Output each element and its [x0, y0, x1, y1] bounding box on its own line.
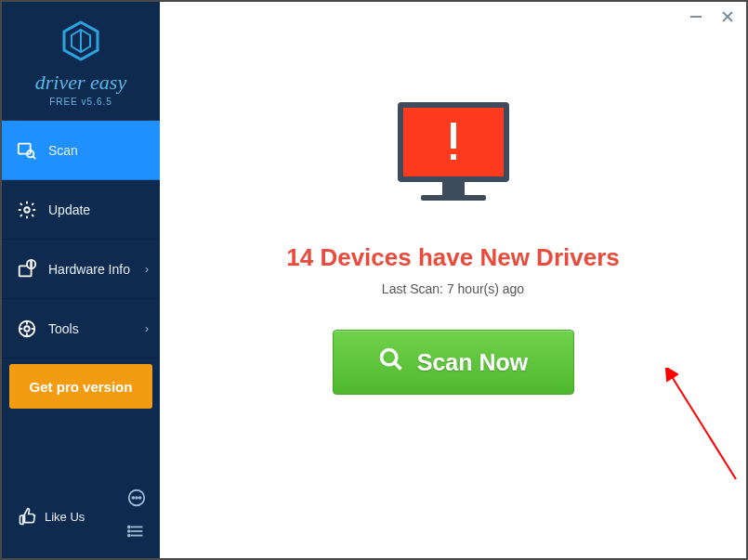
alert-monitor-icon — [384, 95, 523, 219]
like-us-button[interactable]: Like Us — [15, 507, 85, 526]
sidebar-bottom: Like Us — [2, 478, 160, 558]
feedback-icon[interactable] — [126, 488, 147, 512]
nav: Scan Update i — [2, 121, 160, 478]
svg-rect-33 — [451, 154, 456, 160]
svg-point-24 — [128, 535, 130, 537]
svg-rect-32 — [451, 123, 456, 149]
svg-line-35 — [394, 363, 400, 370]
svg-point-5 — [24, 207, 30, 213]
svg-point-23 — [128, 530, 130, 532]
app-window: driver easy FREE v5.6.5 Scan — [0, 0, 748, 560]
sidebar-item-label: Hardware Info — [48, 262, 130, 277]
svg-point-16 — [132, 497, 134, 499]
hardware-icon: i — [15, 259, 39, 280]
search-icon — [378, 346, 404, 378]
svg-rect-31 — [421, 195, 486, 201]
logo-area: driver easy FREE v5.6.5 — [2, 2, 160, 121]
window-controls — [687, 7, 737, 26]
sidebar-item-tools[interactable]: Tools › — [2, 299, 160, 358]
close-button[interactable] — [718, 7, 737, 26]
sidebar-item-hardware-info[interactable]: i Hardware Info › — [2, 240, 160, 299]
get-pro-label: Get pro version — [30, 379, 133, 395]
svg-rect-30 — [442, 182, 465, 195]
scan-now-label: Scan Now — [417, 349, 528, 376]
content: 14 Devices have New Drivers Last Scan: 7… — [160, 2, 746, 395]
like-us-label: Like Us — [45, 510, 85, 524]
get-pro-button[interactable]: Get pro version — [9, 364, 152, 409]
sidebar-item-scan[interactable]: Scan — [2, 121, 160, 180]
sidebar-item-label: Update — [48, 202, 90, 217]
chevron-right-icon: › — [145, 322, 149, 335]
chevron-right-icon: › — [145, 263, 149, 276]
last-scan-text: Last Scan: 7 hour(s) ago — [382, 281, 524, 296]
gear-icon — [15, 200, 39, 220]
sidebar-item-label: Tools — [48, 321, 79, 336]
sidebar-item-label: Scan — [48, 143, 78, 158]
scan-now-button[interactable]: Scan Now — [333, 330, 574, 395]
sidebar-item-update[interactable]: Update — [2, 180, 160, 240]
tools-icon — [15, 319, 39, 339]
sidebar: driver easy FREE v5.6.5 Scan — [2, 2, 160, 558]
logo-icon — [59, 19, 103, 67]
thumbs-up-icon — [15, 507, 39, 526]
menu-icon[interactable] — [126, 521, 147, 545]
minimize-button[interactable] — [687, 7, 705, 26]
headline: 14 Devices have New Drivers — [286, 243, 619, 272]
svg-point-18 — [139, 497, 141, 499]
main-panel: 14 Devices have New Drivers Last Scan: 7… — [160, 2, 746, 558]
app-version: FREE v5.6.5 — [2, 97, 160, 107]
scan-icon — [15, 140, 39, 161]
svg-point-22 — [128, 527, 130, 528]
app-name: driver easy — [2, 71, 160, 95]
svg-line-4 — [33, 156, 35, 159]
svg-point-10 — [24, 326, 30, 332]
svg-point-34 — [381, 350, 396, 365]
svg-rect-2 — [19, 143, 31, 153]
svg-point-17 — [136, 497, 138, 499]
